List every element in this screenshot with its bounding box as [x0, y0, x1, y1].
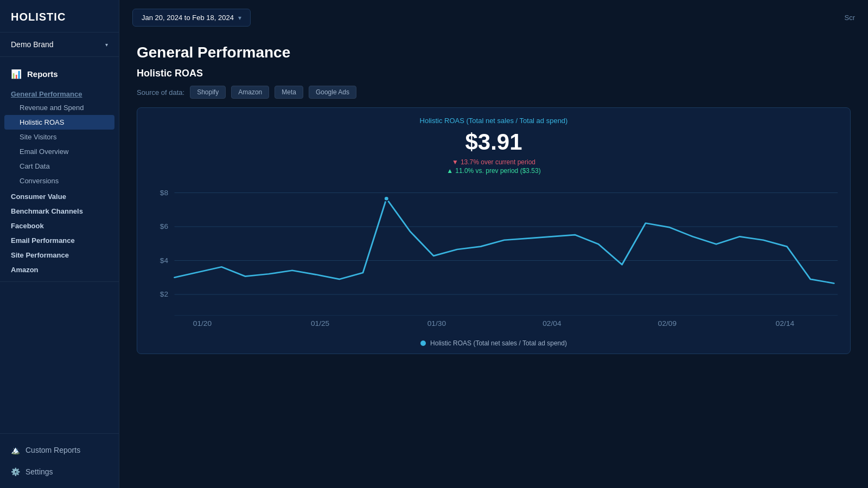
settings-item[interactable]: ⚙️ Settings [0, 461, 119, 483]
sidebar-item-conversions[interactable]: Conversions [0, 174, 119, 188]
chart-stat-down-text: 13.7% over current period [461, 158, 535, 166]
content-area: General Performance Holistic ROAS Source… [119, 35, 868, 488]
date-picker-chevron-icon: ▾ [238, 14, 241, 22]
svg-text:01/30: 01/30 [427, 319, 446, 328]
sidebar-item-benchmark-channels[interactable]: Benchmark Channels [0, 203, 119, 217]
chart-value: $3.91 [150, 129, 837, 155]
up-triangle-icon: ▲ [446, 167, 453, 175]
sidebar-item-site-visitors[interactable]: Site Visitors [0, 130, 119, 144]
svg-text:$8: $8 [160, 189, 168, 197]
sidebar-item-revenue-and-spend[interactable]: Revenue and Spend [0, 100, 119, 115]
sidebar-item-facebook[interactable]: Facebook [0, 217, 119, 232]
main-content: Jan 20, 2024 to Feb 18, 2024 ▾ Scr Gener… [119, 0, 868, 488]
legend-dot-icon [420, 341, 426, 346]
chart-stat-down: ▼ 13.7% over current period [150, 158, 837, 166]
sidebar-item-holistic-roas[interactable]: Holistic ROAS [4, 115, 114, 130]
reports-icon: 📊 [11, 69, 22, 79]
chart-svg: $8 $6 $4 $2 01/20 01/25 01/30 02/04 02/0… [137, 181, 850, 333]
sidebar-bottom: 🏔️ Custom Reports ⚙️ Settings [0, 433, 119, 488]
custom-reports-label: Custom Reports [25, 446, 80, 454]
chart-title: Holistic ROAS (Total net sales / Total a… [150, 117, 837, 125]
sidebar-item-site-performance[interactable]: Site Performance [0, 247, 119, 261]
brand-chevron-icon: ▾ [105, 42, 108, 48]
svg-point-15 [384, 196, 389, 201]
svg-text:$2: $2 [160, 291, 168, 299]
svg-text:01/25: 01/25 [311, 319, 329, 328]
chart-stat-up: ▲ 11.0% vs. prev period ($3.53) [150, 167, 837, 175]
sidebar-item-email-overview[interactable]: Email Overview [0, 144, 119, 159]
source-row: Source of data: Shopify Amazon Meta Goog… [137, 86, 851, 99]
source-badge-amazon[interactable]: Amazon [231, 86, 269, 99]
chart-card: Holistic ROAS (Total net sales / Total a… [137, 107, 851, 354]
svg-text:02/04: 02/04 [542, 319, 561, 328]
brand-selector[interactable]: Demo Brand ▾ [0, 33, 119, 57]
svg-text:02/14: 02/14 [776, 319, 795, 328]
sidebar-item-email-performance[interactable]: Email Performance [0, 232, 119, 247]
settings-icon: ⚙️ [11, 467, 20, 476]
scroll-label: Scr [845, 14, 856, 22]
source-badge-google-ads[interactable]: Google Ads [309, 86, 356, 99]
svg-text:$4: $4 [160, 256, 169, 265]
reports-nav-item[interactable]: 📊 Reports [0, 62, 119, 86]
svg-text:01/20: 01/20 [193, 319, 212, 328]
page-title: General Performance [137, 44, 851, 61]
chart-area: $8 $6 $4 $2 01/20 01/25 01/30 02/04 02/0… [137, 181, 850, 333]
date-picker[interactable]: Jan 20, 2024 to Feb 18, 2024 ▾ [132, 9, 251, 27]
custom-reports-item[interactable]: 🏔️ Custom Reports [0, 439, 119, 461]
sidebar: HOLISTIC Demo Brand ▾ 📊 Reports General … [0, 0, 119, 488]
down-triangle-icon: ▼ [452, 158, 458, 166]
chart-stat-up-text: 11.0% vs. prev period ($3.53) [455, 167, 540, 175]
general-performance-group-label[interactable]: General Performance [0, 86, 119, 100]
top-bar: Jan 20, 2024 to Feb 18, 2024 ▾ Scr [119, 0, 868, 35]
sidebar-item-cart-data[interactable]: Cart Data [0, 159, 119, 174]
svg-text:$6: $6 [160, 223, 168, 231]
chart-legend: Holistic ROAS (Total net sales / Total a… [137, 333, 850, 354]
reports-section: 📊 Reports General Performance Revenue an… [0, 57, 119, 282]
legend-label: Holistic ROAS (Total net sales / Total a… [430, 339, 567, 347]
chart-header: Holistic ROAS (Total net sales / Total a… [137, 108, 850, 181]
source-label: Source of data: [137, 88, 184, 97]
section-title: Holistic ROAS [137, 68, 851, 79]
brand-name: Demo Brand [11, 40, 54, 49]
date-range-label: Jan 20, 2024 to Feb 18, 2024 [142, 14, 234, 22]
custom-reports-icon: 🏔️ [11, 446, 20, 454]
logo: HOLISTIC [0, 0, 119, 33]
reports-label: Reports [27, 69, 58, 79]
settings-label: Settings [25, 467, 53, 476]
sidebar-item-amazon[interactable]: Amazon [0, 261, 119, 276]
source-badge-shopify[interactable]: Shopify [190, 86, 226, 99]
source-badge-meta[interactable]: Meta [275, 86, 303, 99]
sidebar-item-consumer-value[interactable]: Consumer Value [0, 188, 119, 203]
svg-text:02/09: 02/09 [658, 319, 676, 328]
